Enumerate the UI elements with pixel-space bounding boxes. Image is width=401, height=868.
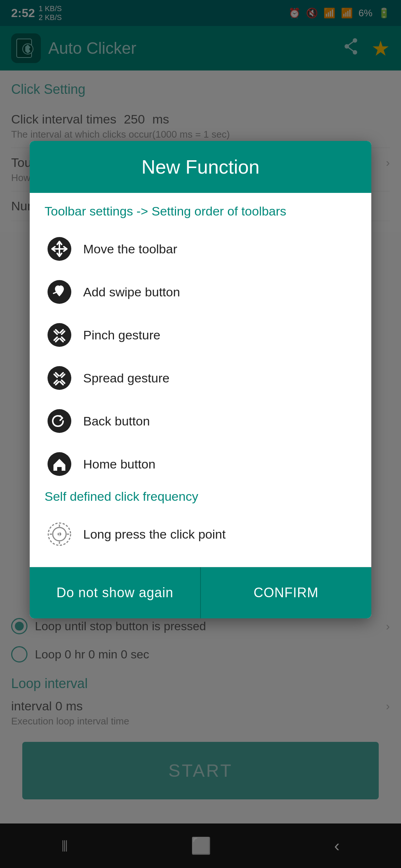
home-icon: [45, 449, 74, 479]
feature-move-toolbar: Move the toolbar: [45, 227, 356, 270]
dialog-footer: Do not show again CONFIRM: [30, 567, 371, 618]
confirm-button[interactable]: CONFIRM: [201, 567, 371, 618]
feature-back: Back button: [45, 400, 356, 443]
feature-pinch-text: Pinch gesture: [83, 328, 160, 342]
feature-swipe-text: Add swipe button: [83, 285, 180, 299]
feature-spread-text: Spread gesture: [83, 371, 170, 385]
feature-swipe: Add swipe button: [45, 270, 356, 313]
longpress-icon: 1: [45, 519, 74, 549]
svg-text:1: 1: [58, 532, 61, 537]
feature-longpress-text: Long press the click point: [83, 527, 226, 542]
dialog-title: New Function: [41, 156, 360, 178]
svg-point-11: [48, 409, 71, 433]
feature-move-text: Move the toolbar: [83, 242, 177, 256]
feature-home-text: Home button: [83, 457, 156, 471]
spread-icon: [45, 363, 74, 393]
feature-home: Home button: [45, 443, 356, 486]
feature-back-text: Back button: [83, 414, 150, 428]
dialog-body: Toolbar settings -> Setting order of too…: [30, 193, 371, 567]
pinch-icon: [45, 320, 74, 350]
feature-spread: Spread gesture: [45, 356, 356, 400]
new-function-dialog: New Function Toolbar settings -> Setting…: [30, 141, 371, 618]
move-icon: [45, 234, 74, 264]
freq-section-title: Self defined click frequency: [45, 489, 356, 504]
dialog-header: New Function: [30, 141, 371, 193]
modal-overlay: New Function Toolbar settings -> Setting…: [0, 0, 401, 868]
svg-rect-13: [57, 467, 62, 471]
back-icon: [45, 406, 74, 436]
feature-longpress: 1 Long press the click point: [45, 513, 356, 556]
swipe-icon: [45, 277, 74, 307]
svg-point-9: [48, 323, 71, 347]
dismiss-button[interactable]: Do not show again: [30, 567, 201, 618]
toolbar-section-title: Toolbar settings -> Setting order of too…: [45, 204, 356, 218]
svg-point-10: [48, 366, 71, 390]
feature-pinch: Pinch gesture: [45, 313, 356, 356]
